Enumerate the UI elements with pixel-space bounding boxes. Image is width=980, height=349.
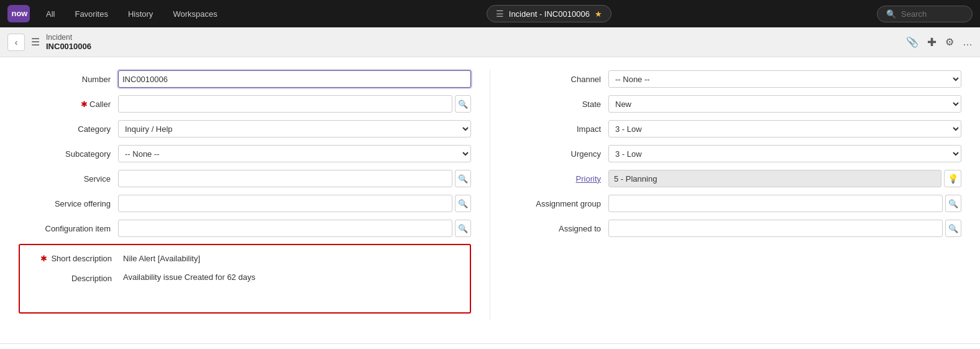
impact-row: Impact 1 - High 2 - Medium 3 - Low	[509, 119, 961, 138]
back-button[interactable]: ‹	[7, 34, 25, 51]
assigned-to-search-button[interactable]: 🔍	[945, 220, 961, 237]
more-icon[interactable]: …	[963, 37, 973, 48]
caller-input[interactable]	[118, 95, 452, 113]
state-row: State New In Progress On Hold Resolved C…	[509, 95, 961, 113]
nav-workspaces[interactable]: Workspaces	[169, 7, 221, 21]
caller-input-group: 🔍	[118, 95, 471, 113]
short-description-input[interactable]	[119, 253, 470, 264]
form-right: Channel -- None -- Email Phone Self-serv…	[490, 70, 980, 320]
priority-link[interactable]: Priority	[576, 174, 601, 184]
search-magnifier-icon: 🔍	[886, 9, 896, 19]
breadcrumb: Incident INC0010006	[46, 33, 91, 51]
assignment-group-row: Assignment group 🔍	[509, 194, 961, 213]
assignment-group-input[interactable]	[608, 195, 943, 212]
service-offering-label: Service offering	[19, 199, 118, 208]
configuration-item-label: Configuration item	[19, 224, 118, 233]
short-description-row: ✱ Short description	[20, 249, 470, 268]
priority-label: Priority	[509, 174, 608, 184]
service-offering-input-group: 🔍	[118, 195, 471, 212]
sub-header-actions: 📎 ✚ ⚙ …	[906, 35, 973, 49]
breadcrumb-bottom: INC0010006	[46, 42, 91, 51]
sub-header: ‹ ☰ Incident INC0010006 📎 ✚ ⚙ …	[0, 27, 980, 57]
breadcrumb-top: Incident	[46, 33, 91, 42]
number-row: Number	[19, 70, 471, 88]
description-row: Description Availability issue Created f…	[20, 271, 470, 309]
number-label: Number	[19, 75, 118, 84]
hamburger-icon: ☰	[496, 9, 504, 19]
assignment-group-search-button[interactable]: 🔍	[945, 195, 961, 212]
main-content: Number ✱Caller 🔍 Category Inquiry / Help…	[0, 57, 980, 343]
subcategory-row: Subcategory -- None --	[19, 144, 471, 163]
service-label: Service	[19, 174, 118, 184]
channel-label: Channel	[509, 75, 608, 84]
urgency-label: Urgency	[509, 149, 608, 159]
incident-pill-title: Incident - INC0010006	[509, 9, 590, 19]
service-input[interactable]	[118, 170, 452, 187]
urgency-row: Urgency 1 - High 2 - Medium 3 - Low	[509, 144, 961, 163]
state-label: State	[509, 100, 608, 109]
priority-value: 5 - Planning	[608, 170, 941, 187]
settings-icon[interactable]: ⚙	[945, 36, 954, 48]
assignment-group-label: Assignment group	[509, 199, 608, 208]
configuration-item-search-button[interactable]: 🔍	[455, 220, 471, 237]
category-row: Category Inquiry / Help Software Hardwar…	[19, 119, 471, 138]
form-left: Number ✱Caller 🔍 Category Inquiry / Help…	[0, 70, 490, 320]
assignment-group-input-group: 🔍	[608, 195, 961, 212]
search-bar[interactable]: 🔍	[877, 6, 973, 22]
service-offering-input[interactable]	[118, 195, 452, 212]
impact-label: Impact	[509, 124, 608, 134]
description-label: Description	[20, 271, 119, 283]
now-logo[interactable]: now	[7, 5, 30, 22]
priority-row: Priority 5 - Planning 💡	[509, 169, 961, 188]
caller-search-button[interactable]: 🔍	[455, 95, 471, 113]
configuration-item-input-group: 🔍	[118, 220, 471, 237]
svg-text:now: now	[12, 9, 27, 18]
impact-select[interactable]: 1 - High 2 - Medium 3 - Low	[608, 120, 961, 137]
star-icon[interactable]: ★	[595, 9, 602, 19]
service-offering-search-button[interactable]: 🔍	[455, 195, 471, 212]
service-row: Service 🔍	[19, 169, 471, 188]
pin-icon[interactable]: ✚	[927, 35, 936, 49]
bottom-section: Related Search Results ›	[0, 343, 980, 349]
highlighted-section: ✱ Short description Description Availabi…	[19, 244, 471, 314]
short-desc-required-star: ✱	[40, 254, 47, 263]
assigned-to-input[interactable]	[608, 220, 943, 237]
service-input-group: 🔍	[118, 170, 471, 187]
service-offering-row: Service offering 🔍	[19, 194, 471, 213]
category-select[interactable]: Inquiry / Help Software Hardware Network…	[118, 120, 471, 137]
form-body: Number ✱Caller 🔍 Category Inquiry / Help…	[0, 70, 980, 320]
attach-icon[interactable]: 📎	[906, 36, 918, 48]
short-description-label: ✱ Short description	[20, 254, 119, 263]
nav-favorites[interactable]: Favorites	[71, 7, 111, 21]
category-label: Category	[19, 124, 118, 134]
caller-label: ✱Caller	[19, 100, 118, 109]
channel-select[interactable]: -- None -- Email Phone Self-service Chat	[608, 70, 961, 88]
channel-row: Channel -- None -- Email Phone Self-serv…	[509, 70, 961, 88]
nav-history[interactable]: History	[124, 7, 157, 21]
subcategory-label: Subcategory	[19, 149, 118, 159]
urgency-select[interactable]: 1 - High 2 - Medium 3 - Low	[608, 145, 961, 162]
configuration-item-input[interactable]	[118, 220, 452, 237]
assigned-to-label: Assigned to	[509, 224, 608, 233]
required-star: ✱	[81, 100, 88, 109]
menu-icon[interactable]: ☰	[31, 36, 40, 48]
subcategory-select[interactable]: -- None --	[118, 145, 471, 162]
assigned-to-input-group: 🔍	[608, 220, 961, 237]
configuration-item-row: Configuration item 🔍	[19, 219, 471, 238]
state-select[interactable]: New In Progress On Hold Resolved Closed …	[608, 95, 961, 113]
search-input[interactable]	[901, 9, 963, 19]
nav-all[interactable]: All	[42, 7, 58, 21]
assigned-to-row: Assigned to 🔍	[509, 219, 961, 238]
service-search-button[interactable]: 🔍	[455, 170, 471, 187]
number-input[interactable]	[118, 70, 471, 88]
caller-row: ✱Caller 🔍	[19, 95, 471, 113]
incident-pill[interactable]: ☰ Incident - INC0010006 ★	[487, 5, 611, 22]
lightbulb-button[interactable]: 💡	[944, 170, 961, 187]
top-navigation: now All Favorites History Workspaces ☰ I…	[0, 0, 980, 27]
description-textarea[interactable]: Availability issue Created for 62 days	[119, 271, 470, 309]
